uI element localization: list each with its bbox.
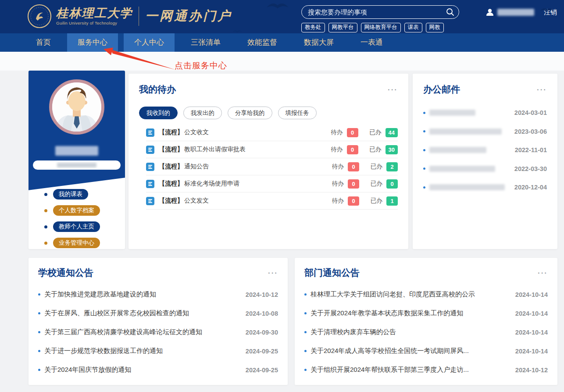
bullet-icon — [423, 130, 425, 132]
profile-department-pill[interactable] — [33, 160, 121, 170]
notice-item[interactable]: 关于2024年国庆节放假的通知 2024-09-25 — [38, 360, 278, 379]
tab-shared-with-me[interactable]: 分享给我的 — [228, 107, 272, 119]
avatar-illustration-icon — [52, 82, 101, 132]
nav-item-efficiency-supervision[interactable]: 效能监督 — [237, 33, 288, 52]
pending-badge: 0 — [348, 196, 359, 206]
done-label: 已办 — [371, 180, 382, 188]
profile-link-my-timetable[interactable]: 我的课表 — [44, 189, 125, 200]
notice-item[interactable]: 关于进一步规范学校数据报送工作的通知 2024-09-25 — [38, 342, 278, 360]
notice-item[interactable]: 关于加快推进党建思政基地建设的通知 2024-10-12 — [38, 285, 278, 304]
mail-subject — [429, 110, 475, 116]
quick-link-wangjiao[interactable]: 网教 — [426, 23, 444, 32]
avatar[interactable] — [49, 79, 104, 135]
todo-row[interactable]: 【流程】 标准化考场使用申请 待办 0 已办 0 — [146, 175, 398, 192]
done-badge: 1 — [386, 196, 398, 206]
office-mail-panel: 办公邮件 ··· 2024-03-01 2023-03-06 2022-11-0… — [413, 74, 557, 249]
portal-title: 一网通办门户 — [145, 7, 232, 25]
done-badge: 2 — [386, 162, 398, 171]
profile-links: 我的课表 个人数字档案 教师个人主页 业务管理中心 — [29, 189, 125, 248]
mail-item[interactable]: 2022-11-01 — [423, 141, 547, 160]
annotation-arrow-icon — [92, 46, 180, 72]
bullet-icon — [44, 193, 47, 196]
bullet-icon — [423, 149, 425, 151]
done-badge: 0 — [386, 179, 398, 189]
done-label: 已办 — [371, 163, 382, 171]
profile-card: 我的课表 个人数字档案 教师个人主页 业务管理中心 — [29, 71, 125, 249]
mail-more-button[interactable]: ··· — [537, 83, 547, 93]
pending-label: 待办 — [331, 128, 343, 136]
site-header: 桂林理工大学 Guilin University of Technology 一… — [0, 0, 564, 33]
profile-department — [57, 163, 96, 167]
dept-notices-panel: 部门通知公告 ··· 桂林理工大学关于组团访问老挝、印度尼西亚高校的公示 202… — [295, 258, 557, 385]
user-name[interactable] — [497, 9, 534, 16]
mail-item[interactable]: 2024-03-01 — [423, 103, 547, 122]
todo-list: 【流程】 公文收文 待办 0 已办 44 【流程】 教职工外出请假审批表 — [139, 124, 398, 210]
school-notices-title: 学校通知公告 — [38, 267, 93, 279]
pending-label: 待办 — [332, 163, 344, 171]
mail-item[interactable]: 2023-03-06 — [423, 122, 547, 141]
quick-link-wangjiao-platform[interactable]: 网教平台 — [328, 23, 357, 32]
bullet-icon — [423, 112, 425, 114]
search-input-wrapper — [301, 5, 459, 19]
quick-link-network-education[interactable]: 网络教育平台 — [361, 23, 401, 32]
notice-item[interactable]: 关于开展2024年教学基本状态库数据采集工作的通知 2024-10-14 — [304, 304, 548, 323]
nav-item-one-form[interactable]: 一表通 — [350, 33, 393, 52]
mail-list: 2024-03-01 2023-03-06 2022-11-01 2022-03… — [423, 103, 547, 197]
school-notices-panel: 学校通知公告 ··· 关于加快推进党建思政基地建设的通知 2024-10-12 … — [29, 258, 288, 385]
todo-more-button[interactable]: ··· — [388, 83, 398, 93]
notice-item[interactable]: 桂林理工大学关于组团访问老挝、印度尼西亚高校的公示 2024-10-14 — [304, 285, 548, 304]
notice-item[interactable]: 关于在屏风、雁山校区开展常态化校园检查的通知 2024-10-08 — [38, 304, 278, 323]
profile-link-business-center[interactable]: 业务管理中心 — [44, 238, 125, 248]
dept-notices-more-button[interactable]: ··· — [538, 267, 548, 277]
bullet-icon — [423, 186, 425, 189]
mail-item[interactable]: 2020-12-04 — [423, 178, 547, 197]
pending-label: 待办 — [332, 197, 344, 205]
profile-link-digital-archive[interactable]: 个人数字档案 — [44, 205, 125, 216]
nav-item-data-screen[interactable]: 数据大屏 — [293, 33, 344, 52]
mail-item[interactable]: 2022-03-30 — [423, 160, 547, 178]
nav-item-home[interactable]: 首页 — [25, 33, 61, 52]
document-list-icon — [146, 180, 154, 188]
document-list-icon — [146, 197, 154, 205]
pending-badge: 0 — [347, 145, 358, 154]
done-badge: 44 — [386, 128, 398, 137]
notice-item[interactable]: 关于清理校内废弃车辆的公告 2024-10-14 — [304, 323, 548, 342]
search-icon[interactable] — [446, 8, 454, 16]
document-list-icon — [146, 128, 154, 137]
pending-label: 待办 — [331, 146, 343, 153]
todo-row[interactable]: 【流程】 公文收文 待办 0 已办 44 — [146, 124, 398, 141]
subheader-strip — [0, 52, 564, 71]
notice-item[interactable]: 关于2024年成人高等学校招生全国统一考试期间屏风... 2024-10-14 — [304, 342, 548, 360]
done-label: 已办 — [370, 146, 382, 153]
notice-item[interactable]: 关于第三届广西高校清廉学校建设高峰论坛征文的通知 2024-09-30 — [38, 323, 278, 342]
profile-link-teacher-homepage[interactable]: 教师个人主页 — [44, 221, 125, 232]
mail-title: 办公邮件 — [423, 83, 460, 96]
school-notices-more-button[interactable]: ··· — [268, 267, 278, 277]
todo-row[interactable]: 【流程】 公文发文 待办 0 已办 1 — [146, 192, 398, 210]
done-label: 已办 — [371, 197, 382, 205]
school-notice-list: 关于加快推进党建思政基地建设的通知 2024-10-12 关于在屏风、雁山校区开… — [38, 285, 278, 379]
notice-item[interactable]: 关于组织开展2024年帮扶联系干部第三季度入户走访... 2024-10-12 — [304, 360, 548, 379]
todo-title: 我的待办 — [139, 83, 176, 96]
pending-badge: 0 — [348, 162, 359, 171]
nav-item-three-lists[interactable]: 三张清单 — [180, 33, 231, 52]
document-list-icon — [146, 163, 154, 171]
tab-sent[interactable]: 我发出的 — [183, 107, 222, 119]
logo-divider — [139, 7, 139, 26]
quick-link-jiaowuchu[interactable]: 教务处 — [301, 23, 325, 32]
university-name: 桂林理工大学 — [56, 7, 132, 19]
tab-received[interactable]: 我收到的 — [139, 107, 178, 119]
bird-decoration-icon — [267, 1, 289, 10]
bullet-icon — [38, 369, 40, 371]
todo-row[interactable]: 【流程】 通知公告 待办 0 已办 2 — [146, 158, 398, 175]
done-badge: 30 — [386, 145, 398, 154]
quick-link-timetable[interactable]: 课表 — [404, 23, 422, 32]
pending-badge: 0 — [348, 179, 359, 189]
bullet-icon — [44, 209, 47, 212]
search-input[interactable] — [308, 8, 446, 16]
bullet-icon — [304, 293, 307, 296]
tab-report-tasks[interactable]: 填报任务 — [278, 107, 317, 119]
bullet-icon — [304, 369, 307, 371]
bullet-icon — [423, 167, 425, 170]
todo-row[interactable]: 【流程】 教职工外出请假审批表 待办 0 已办 30 — [146, 141, 398, 158]
